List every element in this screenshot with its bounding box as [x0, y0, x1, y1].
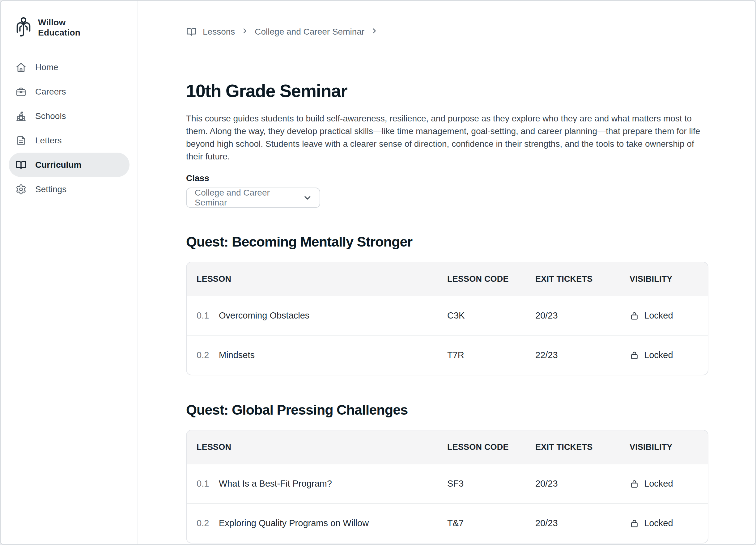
column-header-exit-tickets: EXIT TICKETS	[535, 274, 630, 284]
lesson-number: 0.1	[197, 479, 219, 489]
lock-icon	[630, 311, 639, 320]
lock-icon	[630, 518, 639, 528]
table-row[interactable]: 0.2 Mindsets T7R 22/23 Locked	[187, 335, 708, 375]
quest-title: Quest: Global Pressing Challenges	[186, 402, 755, 418]
brand-name-line2: Education	[38, 28, 80, 38]
brand-name: Willow Education	[38, 17, 80, 38]
table-header-row: LESSON LESSON CODE EXIT TICKETS VISIBILI…	[187, 262, 708, 296]
column-header-exit-tickets: EXIT TICKETS	[535, 442, 630, 452]
column-header-lesson-code: LESSON CODE	[447, 442, 535, 452]
table-row[interactable]: 0.1 What Is a Best-Fit Program? SF3 20/2…	[187, 464, 708, 504]
class-select-value: College and Career Seminar	[195, 188, 303, 208]
quest-title: Quest: Becoming Mentally Stronger	[186, 234, 755, 250]
brand: Willow Education	[15, 17, 130, 38]
sidebar-item-label: Schools	[35, 111, 66, 121]
visibility-label: Locked	[644, 518, 673, 528]
sidebar-item-curriculum[interactable]: Curriculum	[9, 153, 130, 177]
sidebar-item-label: Careers	[35, 87, 66, 97]
sidebar-item-label: Letters	[35, 136, 62, 146]
page-title: 10th Grade Seminar	[186, 80, 755, 101]
exit-tickets: 22/23	[535, 350, 630, 360]
visibility-cell: Locked	[630, 310, 698, 321]
sidebar-item-label: Home	[35, 62, 58, 72]
table-row[interactable]: 0.1 Overcoming Obstacles C3K 20/23 Locke…	[187, 296, 708, 335]
lesson-title: What Is a Best-Fit Program?	[219, 479, 332, 489]
chevron-down-icon	[303, 193, 312, 202]
column-header-visibility: VISIBILITY	[630, 274, 698, 284]
app-window: Willow Education Home Careers	[0, 0, 756, 545]
sidebar-item-label: Settings	[35, 185, 66, 194]
willow-logo-icon	[15, 17, 32, 38]
visibility-cell: Locked	[630, 350, 698, 360]
lesson-code: C3K	[447, 310, 535, 321]
lesson-title: Exploring Quality Programs on Willow	[219, 518, 369, 528]
visibility-label: Locked	[644, 479, 673, 489]
breadcrumb-current[interactable]: College and Career Seminar	[255, 27, 364, 37]
sidebar-item-home[interactable]: Home	[9, 55, 130, 79]
table-header-row: LESSON LESSON CODE EXIT TICKETS VISIBILI…	[187, 430, 708, 464]
sidebar-item-letters[interactable]: Letters	[9, 128, 130, 153]
breadcrumb-lessons[interactable]: Lessons	[203, 27, 235, 37]
lesson-number: 0.1	[197, 310, 219, 321]
chevron-right-icon	[371, 27, 378, 37]
brand-name-line1: Willow	[38, 17, 80, 28]
open-book-icon	[15, 160, 27, 171]
sidebar-item-settings[interactable]: Settings	[9, 177, 130, 202]
exit-tickets: 20/23	[535, 518, 630, 528]
sidebar: Willow Education Home Careers	[1, 1, 138, 544]
visibility-label: Locked	[644, 350, 673, 360]
column-header-lesson-code: LESSON CODE	[447, 274, 535, 284]
lesson-number: 0.2	[197, 518, 219, 528]
sidebar-item-careers[interactable]: Careers	[9, 79, 130, 104]
school-icon	[15, 111, 27, 122]
lock-icon	[630, 350, 639, 360]
lesson-title: Overcoming Obstacles	[219, 310, 309, 321]
lesson-code: T7R	[447, 350, 535, 360]
visibility-cell: Locked	[630, 479, 698, 489]
chevron-right-icon	[241, 27, 248, 37]
lesson-title: Mindsets	[219, 350, 255, 360]
briefcase-icon	[15, 86, 27, 97]
visibility-cell: Locked	[630, 518, 698, 528]
sidebar-item-label: Curriculum	[35, 160, 81, 170]
sidebar-item-schools[interactable]: Schools	[9, 104, 130, 128]
column-header-visibility: VISIBILITY	[630, 442, 698, 452]
class-select[interactable]: College and Career Seminar	[186, 188, 320, 208]
lesson-code: T&7	[447, 518, 535, 528]
column-header-lesson: LESSON	[197, 274, 447, 284]
visibility-label: Locked	[644, 310, 673, 321]
lesson-table: LESSON LESSON CODE EXIT TICKETS VISIBILI…	[186, 262, 708, 375]
document-icon	[15, 135, 27, 146]
sidebar-nav: Home Careers Schools Letters	[9, 55, 130, 202]
home-icon	[15, 62, 27, 73]
main-content: Lessons College and Career Seminar 10th …	[138, 1, 755, 544]
exit-tickets: 20/23	[535, 479, 630, 489]
course-description: This course guides students to build sel…	[186, 112, 702, 163]
gear-icon	[15, 184, 27, 195]
lesson-number: 0.2	[197, 350, 219, 360]
lesson-code: SF3	[447, 479, 535, 489]
class-label: Class	[186, 173, 755, 183]
open-book-icon	[186, 27, 197, 37]
breadcrumb: Lessons College and Career Seminar	[186, 27, 755, 37]
table-row[interactable]: 0.2 Exploring Quality Programs on Willow…	[187, 504, 708, 543]
column-header-lesson: LESSON	[197, 442, 447, 452]
exit-tickets: 20/23	[535, 310, 630, 321]
lesson-table: LESSON LESSON CODE EXIT TICKETS VISIBILI…	[186, 430, 708, 543]
lock-icon	[630, 479, 639, 488]
